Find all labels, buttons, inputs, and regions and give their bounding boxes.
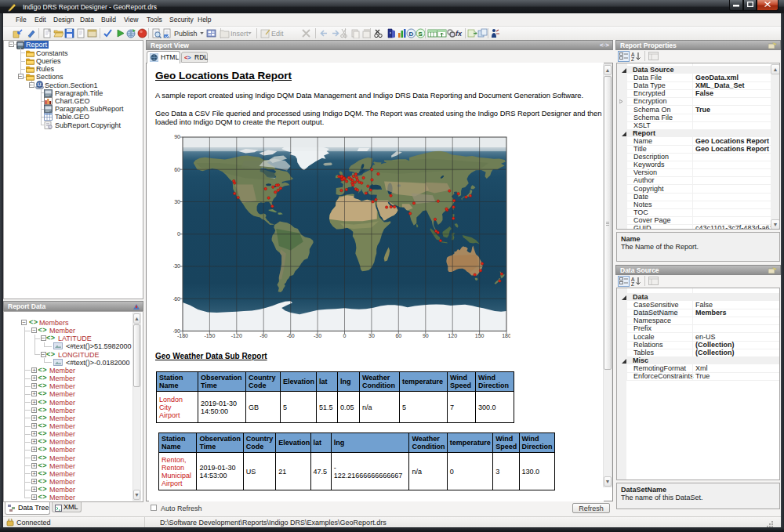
svg-text:-180: -180 (177, 333, 188, 338)
svg-text:150: 150 (475, 333, 485, 338)
svg-text:-150: -150 (204, 333, 215, 338)
svg-text:U: U (38, 82, 41, 87)
svg-text:90: 90 (174, 134, 180, 139)
svg-text:60: 60 (395, 333, 401, 338)
svg-text:180: 180 (502, 333, 510, 338)
svg-text:Z: Z (631, 281, 634, 286)
svg-text:>: > (187, 54, 191, 61)
svg-text:30: 30 (174, 199, 180, 204)
svg-text:-30: -30 (173, 263, 180, 269)
svg-text:Z: Z (631, 56, 634, 61)
svg-text:90: 90 (423, 333, 429, 338)
svg-text:120: 120 (448, 333, 457, 338)
svg-text:-90: -90 (260, 333, 267, 338)
svg-text:0: 0 (343, 333, 347, 338)
svg-text:-120: -120 (231, 333, 242, 338)
svg-text:60: 60 (174, 167, 180, 172)
svg-text:D: D (409, 31, 414, 38)
svg-text:-60: -60 (287, 333, 295, 338)
svg-text:S: S (419, 31, 423, 38)
svg-text:0: 0 (177, 231, 180, 237)
svg-text:-30: -30 (314, 333, 321, 338)
svg-text:-60: -60 (173, 296, 180, 302)
svg-text:30: 30 (368, 333, 375, 338)
